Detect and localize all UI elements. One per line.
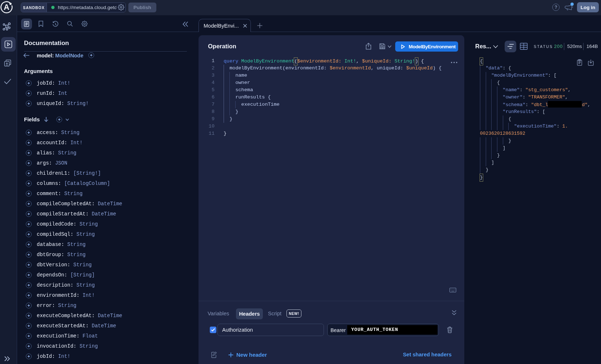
svg-text:A: A: [4, 3, 9, 12]
